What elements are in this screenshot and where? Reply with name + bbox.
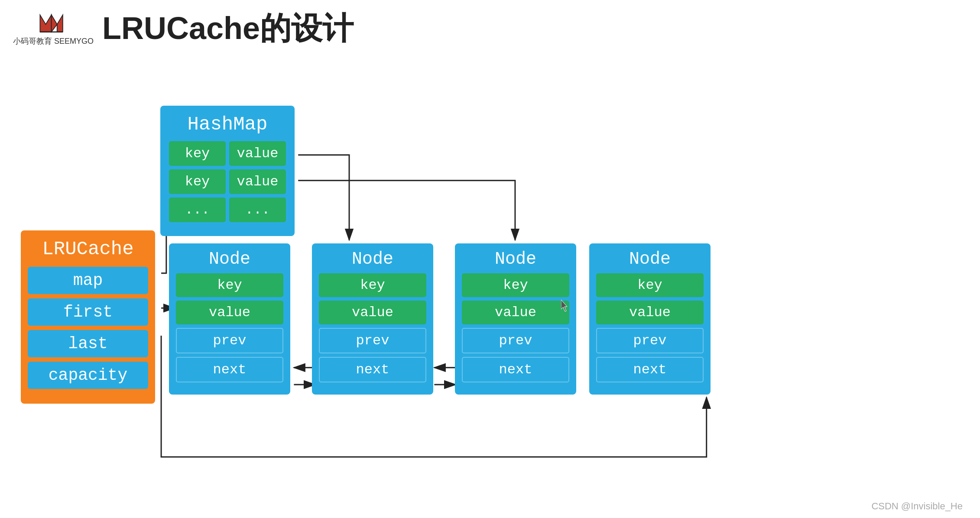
svg-marker-0	[40, 15, 51, 32]
node2-prev: prev	[319, 328, 426, 353]
watermark: CSDN @Invisible_He	[871, 501, 963, 512]
lru-field-last: last	[28, 330, 148, 357]
node1-value: value	[176, 301, 283, 324]
logo-icon	[38, 10, 68, 36]
node3-value: value	[462, 301, 569, 324]
diagram: LRUCache map first last capacity HashMap…	[0, 57, 980, 518]
node1-prev: prev	[176, 328, 283, 353]
node-title-3: Node	[462, 249, 569, 269]
node-title-2: Node	[319, 249, 426, 269]
node3-key: key	[462, 273, 569, 297]
node-title-1: Node	[176, 249, 283, 269]
hashmap-dots-1: ...	[169, 197, 226, 222]
hashmap-row-2: key value	[169, 169, 286, 194]
node2-next: next	[319, 357, 426, 382]
lru-field-capacity: capacity	[28, 362, 148, 389]
node-box-2: Node key value prev next	[312, 243, 433, 395]
hashmap-box: HashMap key value key value ... ...	[160, 106, 295, 236]
node-box-3: Node key value prev next	[455, 243, 576, 395]
node-title-4: Node	[596, 249, 704, 269]
hashmap-value-2: value	[229, 169, 286, 194]
lru-title: LRUCache	[28, 238, 148, 260]
hashmap-title: HashMap	[169, 113, 286, 135]
page-title: LRUCache的设计	[102, 8, 354, 49]
node4-next: next	[596, 357, 704, 382]
hashmap-key-1: key	[169, 141, 226, 166]
node2-key: key	[319, 273, 426, 297]
node2-value: value	[319, 301, 426, 324]
hashmap-row-3: ... ...	[169, 197, 286, 222]
node1-next: next	[176, 357, 283, 382]
node-box-1: Node key value prev next	[169, 243, 290, 395]
lru-box: LRUCache map first last capacity	[21, 230, 155, 404]
svg-marker-1	[52, 15, 63, 32]
node4-prev: prev	[596, 328, 704, 353]
node3-prev: prev	[462, 328, 569, 353]
logo-text: 小码哥教育 SEEMYGO	[13, 36, 94, 46]
node3-next: next	[462, 357, 569, 382]
hashmap-key-2: key	[169, 169, 226, 194]
header: 小码哥教育 SEEMYGO LRUCache的设计	[0, 0, 980, 57]
hashmap-dots-2: ...	[229, 197, 286, 222]
node4-key: key	[596, 273, 704, 297]
logo-area: 小码哥教育 SEEMYGO	[13, 10, 94, 46]
hashmap-value-1: value	[229, 141, 286, 166]
node-box-4: Node key value prev next	[589, 243, 711, 395]
node4-value: value	[596, 301, 704, 324]
lru-field-first: first	[28, 298, 148, 326]
node1-key: key	[176, 273, 283, 297]
hashmap-row-1: key value	[169, 141, 286, 166]
lru-field-map: map	[28, 267, 148, 294]
